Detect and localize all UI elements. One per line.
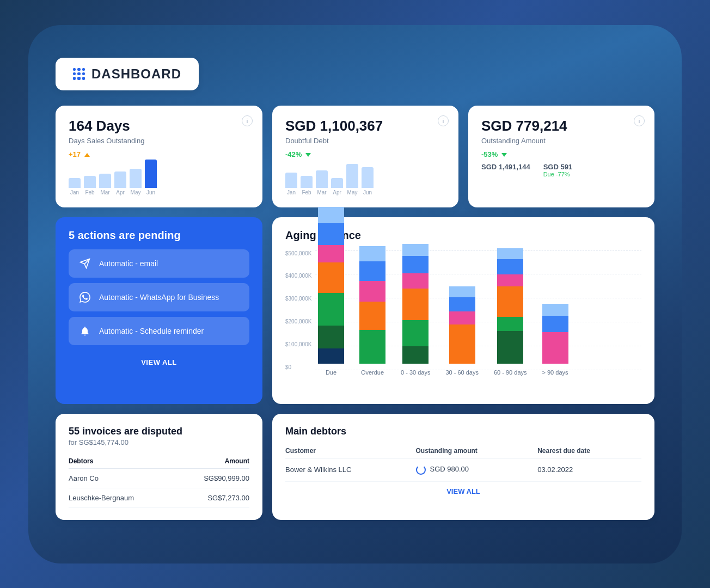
triangle-up-icon <box>84 153 90 157</box>
bar-seg-4-3 <box>497 274 523 286</box>
kpi2-bar-Jun: Jun <box>362 167 374 195</box>
grid-icon <box>73 68 85 80</box>
action-email[interactable]: Automatic - email <box>69 249 249 278</box>
kpi3-label: Outstanding Amount <box>481 137 641 145</box>
debtors-col-date: Nearest due date <box>537 444 641 458</box>
info-icon-kpi1[interactable]: i <box>242 115 253 126</box>
bar-seg-0-3 <box>318 262 344 293</box>
kpi2-label: Doubtful Debt <box>285 137 445 145</box>
kpi-doubtful-debt: i SGD 1,100,367 Doubtful Debt -42% JanFe… <box>272 106 458 207</box>
bar-x-label-3: 30 - 60 days <box>445 369 479 376</box>
kpi3-sub2-value: SGD 591 <box>543 163 572 171</box>
bar-seg-3-0 <box>449 324 475 364</box>
dispute-debtor-0: Aaron Co <box>69 468 175 488</box>
dashboard-header: DASHBOARD <box>56 58 199 90</box>
actions-title: 5 actions are pending <box>69 229 249 242</box>
kpi3-value: SGD 779,214 <box>481 118 641 134</box>
action-whatsapp[interactable]: Automatic - WhatsApp for Business <box>69 283 249 311</box>
bar-x-label-2: 0 - 30 days <box>401 369 430 376</box>
kpi2-bar-Apr: Apr <box>331 178 343 195</box>
disputes-subtitle: for SG$145,774.00 <box>69 438 249 446</box>
kpi2-value: SGD 1,100,367 <box>285 118 445 134</box>
main-grid: i 164 Days Days Sales Outstanding +17 Ja… <box>56 106 654 520</box>
dispute-amount-0: SG$90,999.00 <box>175 468 249 488</box>
bar-seg-1-0 <box>359 330 385 364</box>
kpi1-value: 164 Days <box>69 118 249 134</box>
debtors-col-customer: Customer <box>285 444 416 458</box>
bar-seg-4-2 <box>497 286 523 317</box>
kpi1-bar-Jun: Jun <box>145 160 157 195</box>
stacked-bar-0 <box>318 207 344 364</box>
debtors-title: Main debtors <box>285 426 641 437</box>
kpi1-chart: JanFebMarAprMayJun <box>69 163 249 195</box>
triangle-down-icon-2 <box>501 153 507 157</box>
bar-seg-0-0 <box>318 348 344 364</box>
aging-group-2: 0 - 30 days <box>401 244 430 376</box>
stacked-bar-4 <box>497 248 523 364</box>
kpi1-bar-Feb: Feb <box>84 176 96 195</box>
kpi2-bar-May: May <box>346 164 358 195</box>
debtor-customer-0: Bower & Wilkins LLC <box>285 458 416 481</box>
kpi2-chart: JanFebMarAprMayJun <box>285 163 445 195</box>
actions-card: 5 actions are pending Automatic - email … <box>56 217 262 404</box>
view-all-actions-button[interactable]: VIEW ALL <box>69 354 249 371</box>
dashboard-container: DASHBOARD i 164 Days Days Sales Outstand… <box>28 25 682 564</box>
kpi-days-sales: i 164 Days Days Sales Outstanding +17 Ja… <box>56 106 262 207</box>
bar-seg-2-5 <box>402 244 429 256</box>
triangle-down-icon <box>305 153 311 157</box>
bar-seg-1-3 <box>359 261 385 281</box>
dispute-amount-1: SG$7,273.00 <box>175 488 249 507</box>
bar-x-label-5: > 90 days <box>542 369 568 376</box>
kpi2-change: -42% <box>285 150 445 158</box>
info-icon-kpi3[interactable]: i <box>634 115 645 126</box>
action-email-label: Automatic - email <box>99 259 158 268</box>
reminder-icon <box>77 323 93 339</box>
page-title: DASHBOARD <box>91 66 181 82</box>
disputes-card: 55 invoices are disputed for SG$145,774.… <box>56 414 262 520</box>
bar-seg-4-1 <box>497 317 523 331</box>
disputes-title: 55 invoices are disputed <box>69 426 249 437</box>
debtor-date-0: 03.02.2022 <box>537 458 641 481</box>
debtors-col-amount: Oustanding amount <box>416 444 538 458</box>
debtors-table: Customer Oustanding amount Nearest due d… <box>285 444 641 482</box>
bar-x-label-0: Due <box>326 369 336 376</box>
aging-bars: DueOverdue0 - 30 days30 - 60 days60 - 90… <box>285 250 641 376</box>
info-icon-kpi2[interactable]: i <box>438 115 449 126</box>
kpi3-sub1-value: SGD 1,491,144 <box>481 163 530 171</box>
bar-x-label-1: Overdue <box>361 369 384 376</box>
loading-spinner-icon <box>416 465 426 475</box>
kpi1-bar-Mar: Mar <box>99 174 111 195</box>
bar-seg-2-0 <box>402 346 429 364</box>
kpi2-bar-Mar: Mar <box>316 170 328 195</box>
bar-seg-0-4 <box>318 245 344 262</box>
bar-seg-5-1 <box>542 316 568 332</box>
bar-seg-5-2 <box>542 304 568 316</box>
view-all-debtors-link[interactable]: VIEW ALL <box>285 487 641 495</box>
bar-seg-3-2 <box>449 297 475 311</box>
bar-seg-2-2 <box>402 289 429 320</box>
disputes-col-debtors: Debtors <box>69 454 175 469</box>
dispute-debtor-1: Leuschke-Bergnaum <box>69 488 175 507</box>
bar-seg-0-2 <box>318 293 344 326</box>
kpi1-bar-Apr: Apr <box>114 171 126 195</box>
bar-seg-4-0 <box>497 331 523 364</box>
action-whatsapp-label: Automatic - WhatsApp for Business <box>99 293 219 302</box>
debtor-amount-col-0: SGD 980.00 <box>416 458 538 481</box>
kpi1-bar-May: May <box>130 169 142 195</box>
bar-seg-0-1 <box>318 326 344 348</box>
kpi1-label: Days Sales Outstanding <box>69 137 249 145</box>
aging-group-1: Overdue <box>359 246 385 376</box>
bar-seg-1-1 <box>359 302 385 330</box>
action-reminder-label: Automatic - Schedule reminder <box>99 327 204 335</box>
action-reminder[interactable]: Automatic - Schedule reminder <box>69 317 249 345</box>
bar-seg-2-3 <box>402 273 429 289</box>
aging-group-4: 60 - 90 days <box>494 248 527 376</box>
stacked-bar-5 <box>542 304 568 364</box>
bar-seg-1-4 <box>359 246 385 261</box>
aging-group-5: > 90 days <box>542 304 568 376</box>
debtor-row: Bower & Wilkins LLCSGD 980.0003.02.2022 <box>285 458 641 481</box>
kpi3-sub: SGD 1,491,144 SGD 591 Due -77% <box>481 163 641 177</box>
bar-seg-2-1 <box>402 320 429 346</box>
bar-seg-1-2 <box>359 281 385 302</box>
bar-seg-5-0 <box>542 332 568 364</box>
